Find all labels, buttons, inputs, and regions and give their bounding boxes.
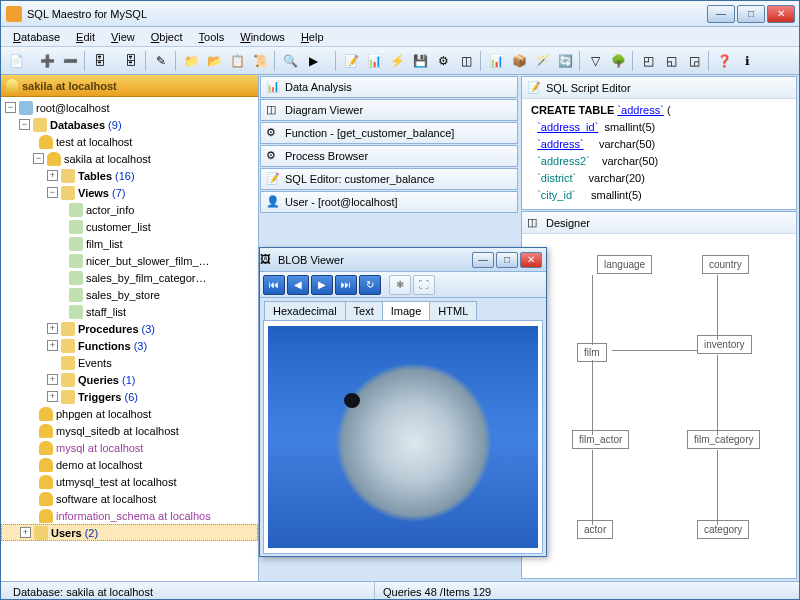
tab-hex[interactable]: Hexadecimal [264,301,346,320]
dbox-language[interactable]: language [597,255,652,274]
blob-viewer-window[interactable]: 🖼 BLOB Viewer — □ ✕ ⏮ ◀ ▶ ⏭ ↻ ✱ ⛶ Hexade… [259,247,547,557]
blob-next[interactable]: ▶ [311,275,333,295]
panel-user[interactable]: 👤User - [root@localhost] [260,191,518,213]
blob-last[interactable]: ⏭ [335,275,357,295]
tool-remove[interactable]: ➖ [59,50,81,72]
tree-events[interactable]: Events [78,357,112,369]
tool-folder[interactable]: 📁 [180,50,202,72]
tree-triggers[interactable]: Triggers [78,391,121,403]
tool-sql[interactable]: 📝 [340,50,362,72]
tree-view-item[interactable]: nicer_but_slower_film_… [86,255,210,267]
tool-db[interactable]: 🗄 [89,50,111,72]
tab-image[interactable]: Image [382,301,431,320]
blob-minimize[interactable]: — [472,252,494,268]
menu-help[interactable]: Help [295,29,330,45]
tool-script[interactable]: 📜 [249,50,271,72]
tree-db-item[interactable]: information_schema at localhos [56,510,211,522]
tool-proc[interactable]: ⚙ [432,50,454,72]
tool-diagram[interactable]: ◫ [455,50,477,72]
tree-db-item[interactable]: phpgen at localhost [56,408,151,420]
tab-text[interactable]: Text [345,301,383,320]
panel-diagram-viewer[interactable]: ◫Diagram Viewer [260,99,518,121]
blob-zoom[interactable]: ✱ [389,275,411,295]
tool-find[interactable]: 🔍 [279,50,301,72]
tool-wizard[interactable]: 🪄 [531,50,553,72]
close-button[interactable]: ✕ [767,5,795,23]
menu-edit[interactable]: Edit [70,29,101,45]
tool-help[interactable]: ❓ [713,50,735,72]
tree-view-item[interactable]: actor_info [86,204,134,216]
tool-export[interactable]: 💾 [409,50,431,72]
tree-users[interactable]: Users [51,527,82,539]
dbox-actor[interactable]: actor [577,520,613,539]
object-tree[interactable]: −root@localhost −Databases (9) test at l… [1,97,258,581]
sidebar-header: sakila at localhost [1,75,258,97]
tool-edit[interactable]: ✎ [150,50,172,72]
designer-header[interactable]: ◫Designer [522,212,796,234]
designer-canvas[interactable]: language country film inventory film_act… [522,235,796,578]
sql-editor-header[interactable]: 📝SQL Script Editor [522,77,796,99]
blob-toolbar: ⏮ ◀ ▶ ⏭ ↻ ✱ ⛶ [260,272,546,298]
tool-add[interactable]: ➕ [36,50,58,72]
tree-db-test[interactable]: test at localhost [56,136,132,148]
menu-database[interactable]: Database [7,29,66,45]
dbox-film-actor[interactable]: film_actor [572,430,629,449]
tree-view-item[interactable]: sales_by_film_categor… [86,272,206,284]
tool-filter[interactable]: ▽ [584,50,606,72]
sql-code[interactable]: CREATE TABLE `address` ( `address_id` sm… [522,99,796,209]
tool-win2[interactable]: ◱ [660,50,682,72]
tab-html[interactable]: HTML [429,301,477,320]
dbox-category[interactable]: category [697,520,749,539]
blob-close[interactable]: ✕ [520,252,542,268]
tool-copy[interactable]: 📋 [226,50,248,72]
tool-chart[interactable]: 📊 [363,50,385,72]
tree-db-sakila[interactable]: sakila at localhost [64,153,151,165]
tree-view-item[interactable]: film_list [86,238,123,250]
tree-view-item[interactable]: sales_by_store [86,289,160,301]
tool-new[interactable]: 📄 [5,50,27,72]
dbox-country[interactable]: country [702,255,749,274]
tool-cube[interactable]: 📦 [508,50,530,72]
tool-win1[interactable]: ◰ [637,50,659,72]
blob-first[interactable]: ⏮ [263,275,285,295]
menu-object[interactable]: Object [145,29,189,45]
tree-view-item[interactable]: staff_list [86,306,126,318]
blob-maximize[interactable]: □ [496,252,518,268]
maximize-button[interactable]: □ [737,5,765,23]
menu-windows[interactable]: Windows [234,29,291,45]
tree-view-item[interactable]: customer_list [86,221,151,233]
blob-prev[interactable]: ◀ [287,275,309,295]
menu-view[interactable]: View [105,29,141,45]
tree-db-item[interactable]: software at localhost [56,493,156,505]
panel-function[interactable]: ⚙Function - [get_customer_balance] [260,122,518,144]
menu-tools[interactable]: Tools [193,29,231,45]
tree-functions[interactable]: Functions [78,340,131,352]
panel-process-browser[interactable]: ⚙Process Browser [260,145,518,167]
tree-procedures[interactable]: Procedures [78,323,139,335]
tree-tables[interactable]: Tables [78,170,112,182]
dbox-inventory[interactable]: inventory [697,335,752,354]
tool-bar[interactable]: 📊 [485,50,507,72]
blob-fit[interactable]: ⛶ [413,275,435,295]
tool-run[interactable]: ⚡ [386,50,408,72]
tool-tree[interactable]: 🌳 [607,50,629,72]
dbox-film-category[interactable]: film_category [687,430,760,449]
panel-data-analysis[interactable]: 📊Data Analysis [260,76,518,98]
tree-root[interactable]: root@localhost [36,102,110,114]
tool-db2[interactable]: 🗄 [120,50,142,72]
tool-win3[interactable]: ◲ [683,50,705,72]
tool-about[interactable]: ℹ [736,50,758,72]
tree-databases[interactable]: Databases [50,119,105,131]
tool-exec[interactable]: ▶ [302,50,324,72]
tree-db-item[interactable]: demo at localhost [56,459,142,471]
minimize-button[interactable]: — [707,5,735,23]
blob-refresh[interactable]: ↻ [359,275,381,295]
tool-open[interactable]: 📂 [203,50,225,72]
tree-db-item[interactable]: utmysql_test at localhost [56,476,176,488]
tree-queries[interactable]: Queries [78,374,119,386]
tree-db-item[interactable]: mysql_sitedb at localhost [56,425,179,437]
tree-views[interactable]: Views [78,187,109,199]
panel-sql-editor[interactable]: 📝SQL Editor: customer_balance [260,168,518,190]
tool-refresh[interactable]: 🔄 [554,50,576,72]
tree-db-item[interactable]: mysql at localhost [56,442,143,454]
